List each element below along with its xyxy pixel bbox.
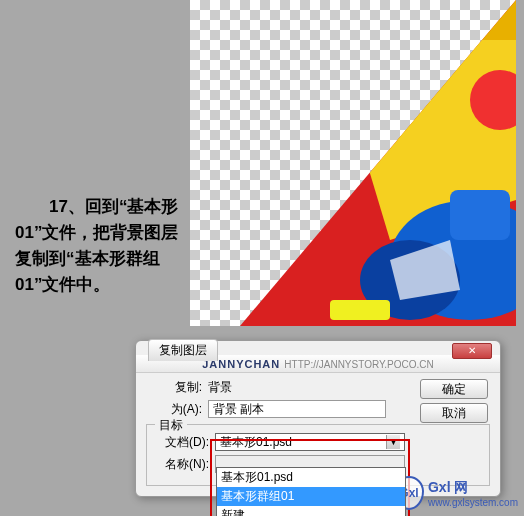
dialog-title: 复制图层 (148, 339, 218, 361)
watermark-brand: Gxl 网 (428, 479, 468, 495)
as-label: 为(A): (146, 401, 202, 418)
duplicate-layer-dialog: 复制图层 ✕ JANNYCHAN HTTP://JANNYSTORY.POCO.… (135, 340, 501, 497)
dropdown-option[interactable]: 基本形群组01 (217, 487, 405, 506)
document-label: 文档(D): (153, 434, 209, 451)
instruction-text: 17、回到“基本形01”文件，把背景图层复制到“基本形群组01”文件中。 (15, 194, 185, 298)
dropdown-option[interactable]: 新建 (217, 506, 405, 516)
svg-rect-7 (330, 300, 390, 320)
copy-value: 背景 (208, 379, 490, 396)
target-legend: 目标 (155, 417, 187, 434)
copy-label: 复制: (146, 379, 202, 396)
name-label: 名称(N): (153, 456, 209, 473)
dropdown-option[interactable]: 基本形01.psd (217, 468, 405, 487)
banner-url: HTTP://JANNYSTORY.POCO.CN (284, 359, 433, 370)
close-button[interactable]: ✕ (452, 343, 492, 359)
as-input[interactable] (208, 400, 386, 418)
document-selected: 基本形01.psd (220, 434, 292, 451)
svg-rect-6 (450, 190, 510, 240)
document-dropdown-list: 基本形01.psd 基本形群组01 新建 (216, 467, 406, 516)
document-image (190, 0, 516, 326)
watermark: Gxl Gxl 网 www.gxlsystem.com (394, 476, 518, 510)
chevron-down-icon: ▼ (386, 435, 400, 449)
watermark-url: www.gxlsystem.com (428, 497, 518, 508)
document-dropdown[interactable]: 基本形01.psd ▼ (215, 433, 405, 451)
